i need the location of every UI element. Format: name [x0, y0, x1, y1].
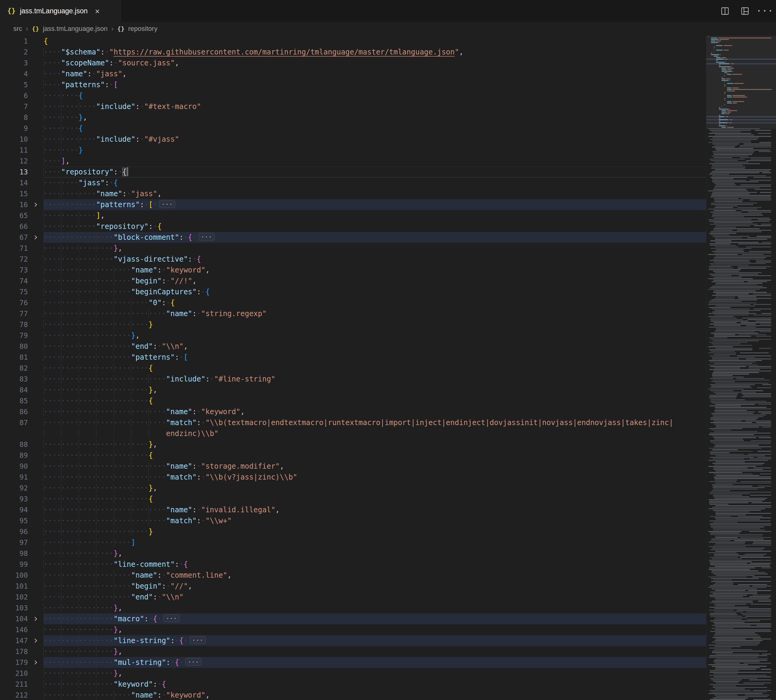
- code-text[interactable]: ························}: [43, 526, 706, 537]
- code-text[interactable]: ················"macro":·{····: [43, 613, 706, 624]
- code-line-wrap[interactable]: endzinc)\\b": [0, 428, 706, 439]
- code-text[interactable]: ········},: [43, 112, 706, 123]
- code-line-5[interactable]: 5····"patterns":·[: [0, 79, 706, 90]
- code-text[interactable]: ························}: [43, 319, 706, 330]
- code-text[interactable]: ····················"end":·"\\n",: [43, 341, 706, 352]
- code-text[interactable]: ············"include":·"#vjass": [43, 134, 706, 145]
- folded-code-badge[interactable]: ···: [198, 233, 215, 241]
- code-line-87[interactable]: 87····························"match":·"…: [0, 417, 706, 428]
- code-text[interactable]: ················"mul-string":·{····: [43, 657, 706, 668]
- code-text[interactable]: ····················"name":·"keyword",: [43, 690, 706, 700]
- code-text[interactable]: ························{: [43, 363, 706, 373]
- code-text[interactable]: ····"scopeName":·"source.jass",: [43, 58, 706, 68]
- folded-code-badge[interactable]: ···: [163, 614, 180, 622]
- code-text[interactable]: ········{: [43, 90, 706, 101]
- code-text[interactable]: ················},: [43, 243, 706, 254]
- tab-jass-tmlanguage-json[interactable]: {} jass.tmLanguage.json ×: [0, 0, 121, 22]
- code-text[interactable]: ················"keyword":·{: [43, 679, 706, 690]
- code-text[interactable]: ················},: [43, 603, 706, 613]
- code-line-2[interactable]: 2····"$schema":·"https://raw.githubuserc…: [0, 47, 706, 58]
- breadcrumb-repository[interactable]: repository: [128, 25, 158, 33]
- code-text[interactable]: ····················]: [43, 537, 706, 548]
- code-text[interactable]: ························},: [43, 483, 706, 493]
- code-line-72[interactable]: 72················"vjass-directive":·{: [0, 254, 706, 265]
- code-line-81[interactable]: 81····················"patterns":·[: [0, 352, 706, 363]
- code-text[interactable]: ····························"match":·"\\…: [43, 515, 706, 526]
- code-line-210[interactable]: 210················},: [0, 668, 706, 679]
- code-text[interactable]: ····················"name":·"keyword",: [43, 265, 706, 275]
- code-text[interactable]: ················},: [43, 668, 706, 679]
- code-line-7[interactable]: 7············"include":·"#text-macro": [0, 101, 706, 112]
- code-line-11[interactable]: 11········}: [0, 145, 706, 156]
- fold-chevron-icon[interactable]: [28, 613, 43, 624]
- code-line-102[interactable]: 102····················"end":·"\\n": [0, 592, 706, 603]
- code-line-76[interactable]: 76························"0":·{: [0, 297, 706, 308]
- minimap[interactable]: [706, 36, 776, 700]
- code-text[interactable]: ················"line-string":·{····: [43, 635, 706, 646]
- code-line-6[interactable]: 6········{: [0, 90, 706, 101]
- code-line-13[interactable]: 13····"repository":·{: [0, 167, 706, 177]
- code-text[interactable]: ························"0":·{: [43, 297, 706, 308]
- code-line-97[interactable]: 97····················]: [0, 537, 706, 548]
- code-line-9[interactable]: 9········{: [0, 123, 706, 134]
- code-text[interactable]: ····························"match":·"\\…: [43, 472, 706, 483]
- breadcrumb-src[interactable]: src: [13, 25, 22, 33]
- code-line-95[interactable]: 95····························"match":·"…: [0, 515, 706, 526]
- code-text[interactable]: ············"name":·"jass",: [43, 188, 706, 199]
- code-line-84[interactable]: 84························},: [0, 385, 706, 395]
- code-line-66[interactable]: 66············"repository":·{: [0, 221, 706, 232]
- code-line-8[interactable]: 8········},: [0, 112, 706, 123]
- code-text[interactable]: ····················"begin":·"//!",: [43, 275, 706, 287]
- code-text[interactable]: ················"block-comment":·{····: [43, 232, 706, 243]
- code-line-1[interactable]: 1{: [0, 36, 706, 47]
- close-icon[interactable]: ×: [95, 7, 100, 15]
- code-text[interactable]: ····················},: [43, 330, 706, 341]
- code-text[interactable]: ························},: [43, 439, 706, 450]
- code-text[interactable]: ················"line-comment":·{: [43, 559, 706, 570]
- breadcrumb-file[interactable]: jass.tmLanguage.json: [43, 25, 107, 33]
- code-line-92[interactable]: 92························},: [0, 483, 706, 493]
- code-text[interactable]: ················},: [43, 646, 706, 657]
- code-line-12[interactable]: 12····],: [0, 156, 706, 167]
- code-line-99[interactable]: 99················"line-comment":·{: [0, 559, 706, 570]
- code-text[interactable]: ················},: [43, 624, 706, 635]
- code-line-179[interactable]: 179················"mul-string":·{····: [0, 657, 706, 668]
- code-text[interactable]: ····························"match":·"\\…: [43, 417, 706, 428]
- code-line-14[interactable]: 14········"jass":·{: [0, 177, 706, 188]
- code-line-15[interactable]: 15············"name":·"jass",: [0, 188, 706, 199]
- folded-code-badge[interactable]: ···: [185, 658, 201, 666]
- code-line-73[interactable]: 73····················"name":·"keyword",: [0, 265, 706, 275]
- code-line-74[interactable]: 74····················"begin":·"//!",: [0, 275, 706, 287]
- code-line-80[interactable]: 80····················"end":·"\\n",: [0, 341, 706, 352]
- code-text[interactable]: ········"jass":·{: [43, 177, 706, 188]
- code-text[interactable]: ····························"name":·"sto…: [43, 461, 706, 472]
- code-line-71[interactable]: 71················},: [0, 243, 706, 254]
- code-line-104[interactable]: 104················"macro":·{····: [0, 613, 706, 624]
- code-line-101[interactable]: 101····················"begin":·"//",: [0, 581, 706, 592]
- code-text[interactable]: ············"repository":·{: [43, 221, 706, 232]
- code-text[interactable]: ············"include":·"#text-macro": [43, 101, 706, 112]
- code-text[interactable]: ························{: [43, 395, 706, 406]
- code-line-212[interactable]: 212····················"name":·"keyword"…: [0, 690, 706, 700]
- folded-code-badge[interactable]: ···: [159, 200, 175, 208]
- code-line-67[interactable]: 67················"block-comment":·{····: [0, 232, 706, 243]
- code-line-89[interactable]: 89························{: [0, 450, 706, 461]
- code-text[interactable]: ····················"begin":·"//",: [43, 581, 706, 592]
- code-line-147[interactable]: 147················"line-string":·{····: [0, 635, 706, 646]
- code-line-90[interactable]: 90····························"name":·"s…: [0, 461, 706, 472]
- code-line-98[interactable]: 98················},: [0, 548, 706, 559]
- code-text[interactable]: ························},: [43, 385, 706, 395]
- code-line-10[interactable]: 10············"include":·"#vjass": [0, 134, 706, 145]
- code-line-75[interactable]: 75····················"beginCaptures":·{: [0, 287, 706, 297]
- code-line-78[interactable]: 78························}: [0, 319, 706, 330]
- code-line-16[interactable]: 16············"patterns":·[····: [0, 199, 706, 210]
- code-line-65[interactable]: 65············],: [0, 210, 706, 221]
- code-text[interactable]: {: [43, 36, 706, 47]
- code-text[interactable]: ····························"name":·"inv…: [43, 504, 706, 515]
- code-line-178[interactable]: 178················},: [0, 646, 706, 657]
- code-line-146[interactable]: 146················},: [0, 624, 706, 635]
- code-line-79[interactable]: 79····················},: [0, 330, 706, 341]
- code-line-211[interactable]: 211················"keyword":·{: [0, 679, 706, 690]
- code-text[interactable]: endzinc)\\b": [43, 428, 706, 439]
- code-text[interactable]: ····"name":·"jass",: [43, 68, 706, 79]
